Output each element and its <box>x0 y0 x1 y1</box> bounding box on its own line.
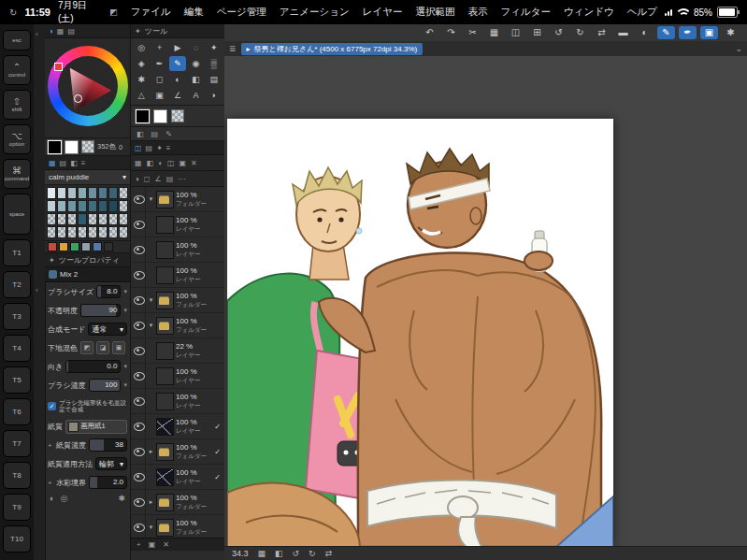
base-mix-option-icon[interactable]: ◩ <box>80 341 93 354</box>
color-wheel-tab-icon[interactable]: ◑ <box>49 27 53 36</box>
brush-density-slider[interactable]: 100 <box>89 379 122 392</box>
layer-thumbnail[interactable] <box>156 216 174 234</box>
modifier-key[interactable]: ⇧ shift <box>3 90 31 120</box>
document-tab[interactable]: ▸ 祭男と褌お兄さん* (4500 x 6775px 72dpi 34.3%) <box>241 43 424 55</box>
menu-item[interactable]: ファイル <box>131 6 171 19</box>
palette-color-cell[interactable] <box>108 226 118 238</box>
command-button[interactable]: ◐ <box>636 26 654 39</box>
tool-button[interactable]: ✎ <box>169 56 186 71</box>
palette-color-cell[interactable] <box>119 226 128 238</box>
transparent-color-swatch[interactable] <box>171 109 184 122</box>
tool-button[interactable]: ✱ <box>133 72 150 87</box>
layer-row[interactable]: ▸ 100 % フォルダー ✓ <box>131 439 224 465</box>
palette-color-cell[interactable] <box>67 200 77 212</box>
palette-color-cell[interactable] <box>78 200 87 212</box>
layer-property-tab-icon[interactable]: ▤ <box>146 144 153 152</box>
layer-row[interactable]: ▾ 100 % フォルダー <box>131 288 224 313</box>
canvas-nav-button[interactable]: ▦ <box>258 549 266 558</box>
zoom-preview-icon[interactable]: ◎ <box>60 494 67 503</box>
history-color-chip[interactable] <box>93 242 102 251</box>
history-color-chip[interactable] <box>81 242 91 251</box>
tool-button[interactable]: △ <box>133 88 150 103</box>
palette-color-cell[interactable] <box>47 187 56 199</box>
clip-icon[interactable]: ◫ <box>167 159 175 167</box>
modifier-key[interactable]: ⌘ command <box>3 159 31 189</box>
visibility-eye-icon[interactable] <box>134 246 145 254</box>
history-color-chip[interactable] <box>104 242 113 251</box>
palette-color-cell[interactable] <box>98 200 108 212</box>
add-layer-icon[interactable]: + <box>136 540 141 549</box>
layer-row[interactable]: 22 % レイヤー <box>131 338 224 364</box>
collapse-chevron-icon[interactable]: ‹ <box>36 286 38 294</box>
command-button[interactable]: ⊞ <box>528 26 546 39</box>
menu-item[interactable]: アニメーション <box>280 6 350 19</box>
folder-arrow-icon[interactable]: ▾ <box>148 322 154 329</box>
palette-color-cell[interactable] <box>67 187 77 199</box>
settings-gear-icon[interactable]: ✱ <box>118 494 125 503</box>
tool-button[interactable]: ◎ <box>133 40 150 55</box>
palette-color-cell[interactable] <box>119 200 128 212</box>
brush-size-slider[interactable]: 8.0 <box>96 285 121 298</box>
menu-item[interactable]: ページ管理 <box>217 6 266 19</box>
sv-marker[interactable] <box>74 94 82 103</box>
palette-color-cell[interactable] <box>78 213 87 225</box>
modifier-key[interactable]: T9 <box>3 494 31 521</box>
folder-arrow-icon[interactable]: ▸ <box>148 498 154 506</box>
layer-row[interactable]: 100 % レイヤー <box>131 237 224 263</box>
switch-color-icon[interactable]: ◧ <box>136 130 144 138</box>
visibility-eye-icon[interactable] <box>134 221 145 229</box>
palette-color-cell[interactable] <box>47 226 56 238</box>
palette-color-cell[interactable] <box>119 213 128 225</box>
tool-button[interactable]: ◧ <box>187 72 204 87</box>
layer-thumbnail[interactable] <box>156 367 174 385</box>
spinner-icon[interactable]: ▾ <box>123 363 127 370</box>
app-menu-icon[interactable]: ◩ <box>109 7 118 17</box>
tool-button[interactable]: ✒ <box>151 56 167 71</box>
main-color-swatch[interactable] <box>48 140 62 154</box>
layer-thumbnail[interactable] <box>156 292 174 309</box>
modifier-key[interactable]: T8 <box>3 462 31 489</box>
base-mix-option-icon[interactable]: ◪ <box>96 341 109 354</box>
spinner-icon[interactable]: ▾ <box>123 288 127 295</box>
canvas-nav-button[interactable]: ◧ <box>275 549 283 558</box>
history-color-chip[interactable] <box>48 242 57 251</box>
palette-color-cell[interactable] <box>108 200 118 212</box>
transparent-color-swatch[interactable] <box>81 140 94 153</box>
modifier-key[interactable]: T6 <box>3 398 31 425</box>
command-button[interactable]: ▦ <box>485 26 503 39</box>
modifier-key[interactable]: T4 <box>3 335 31 362</box>
edit-mini-icon[interactable]: ✎ <box>165 130 172 138</box>
menu-item[interactable]: 編集 <box>184 6 204 19</box>
layer-thumbnail[interactable] <box>156 519 174 537</box>
command-button[interactable]: ✒ <box>679 26 697 39</box>
layer-row[interactable]: ▾ 100 % フォルダー <box>131 313 224 338</box>
modifier-key[interactable]: space <box>3 194 31 235</box>
texture-method-select[interactable]: 輪郭▾ <box>95 457 127 470</box>
brush-preview-icon[interactable]: ◐ <box>50 494 54 503</box>
modifier-key[interactable]: T1 <box>3 239 31 266</box>
more-icon[interactable]: ⋯ <box>178 175 185 183</box>
folder-arrow-icon[interactable]: ▾ <box>148 195 154 203</box>
tool-button[interactable]: ◻ <box>151 72 167 87</box>
opacity-icon[interactable]: ◑ <box>135 175 139 183</box>
tool-button[interactable]: ◉ <box>187 56 204 71</box>
delete-layer-icon[interactable]: ✕ <box>163 540 169 549</box>
tool-button[interactable]: + <box>151 40 167 55</box>
sv-triangle[interactable] <box>60 58 116 114</box>
palette-color-cell[interactable] <box>78 226 87 238</box>
color-set-tab-icon[interactable]: ▤ <box>67 27 75 36</box>
visibility-eye-icon[interactable] <box>134 322 145 330</box>
palette-color-cell[interactable] <box>57 213 66 225</box>
command-button[interactable]: ↷ <box>442 26 460 39</box>
palette-color-cell[interactable] <box>67 213 77 225</box>
layer-row[interactable]: 100 % レイヤー <box>131 364 224 389</box>
history-color-chip[interactable] <box>59 242 68 251</box>
tool-button[interactable]: ▒ <box>206 56 223 71</box>
hue-ring[interactable] <box>48 46 128 126</box>
command-button[interactable]: ↻ <box>571 26 589 39</box>
palette-color-cell[interactable] <box>47 200 56 212</box>
layer-thumbnail[interactable] <box>156 342 174 360</box>
canvas-nav-button[interactable]: ↻ <box>309 549 316 558</box>
main-color-swatch[interactable] <box>136 109 150 123</box>
command-button[interactable]: ↺ <box>550 26 567 39</box>
